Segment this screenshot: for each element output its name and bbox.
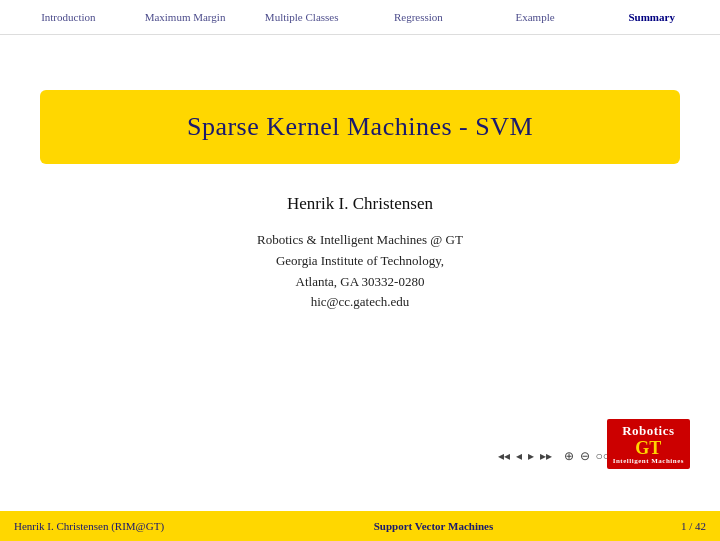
nav-item-multiple-classes[interactable]: Multiple Classes (243, 11, 360, 23)
author-section: Henrik I. Christensen Robotics & Intelli… (257, 194, 463, 313)
nav-item-summary[interactable]: Summary (593, 11, 710, 23)
bottom-title: Support Vector Machines (200, 520, 667, 532)
institution-info: Robotics & Intelligent Machines @ GT Geo… (257, 230, 463, 313)
logo-subtitle-text: Intelligent Machines (613, 457, 684, 465)
logo-robotics-text: Robotics (622, 423, 674, 439)
arrow-first-icon[interactable]: ◂◂ (498, 449, 510, 464)
nav-item-example[interactable]: Example (477, 11, 594, 23)
author-name: Henrik I. Christensen (257, 194, 463, 214)
institution-line1: Robotics & Intelligent Machines @ GT (257, 230, 463, 251)
institution-line4: hic@cc.gatech.edu (257, 292, 463, 313)
logo-area: Robotics GT Intelligent Machines (607, 419, 690, 469)
slide-title: Sparse Kernel Machines - SVM (187, 112, 533, 141)
nav-item-regression[interactable]: Regression (360, 11, 477, 23)
arrow-prev-icon[interactable]: ◂ (516, 449, 522, 464)
title-banner: Sparse Kernel Machines - SVM (40, 90, 680, 164)
bottom-bar: Henrik I. Christensen (RIM@GT) Support V… (0, 511, 720, 541)
navigation-arrows: ◂◂ ◂ ▸ ▸▸ ⊕ ⊖ ○○ (498, 449, 611, 464)
arrow-next-icon[interactable]: ▸ (528, 449, 534, 464)
nav-item-introduction[interactable]: Introduction (10, 11, 127, 23)
bottom-author: Henrik I. Christensen (RIM@GT) (0, 511, 200, 541)
logo-gt-text: GT (635, 439, 661, 457)
institution-line2: Georgia Institute of Technology, (257, 251, 463, 272)
nav-item-maximum-margin[interactable]: Maximum Margin (127, 11, 244, 23)
robotics-gt-logo: Robotics GT Intelligent Machines (607, 419, 690, 469)
institution-line3: Atlanta, GA 30332-0280 (257, 272, 463, 293)
arrow-last-icon[interactable]: ▸▸ (540, 449, 552, 464)
top-navigation: Introduction Maximum Margin Multiple Cla… (0, 0, 720, 35)
slide-content: Sparse Kernel Machines - SVM Henrik I. C… (0, 35, 720, 499)
zoom-out-icon[interactable]: ⊖ (580, 449, 590, 464)
zoom-icon[interactable]: ⊕ (564, 449, 574, 464)
bottom-page: 1 / 42 (667, 520, 720, 532)
